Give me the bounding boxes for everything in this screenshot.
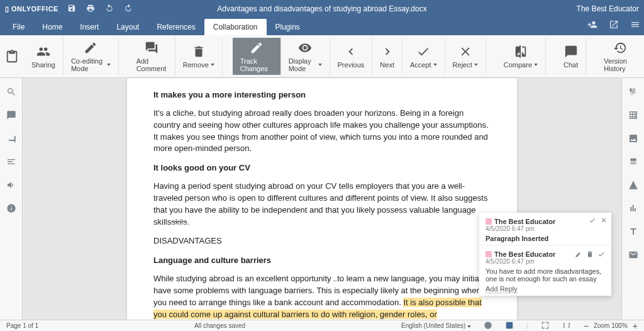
open-location-icon[interactable] xyxy=(609,20,619,31)
change-type: Paragraph Inserted xyxy=(486,235,605,242)
deleted-text: skils xyxy=(171,217,187,227)
remove-button[interactable]: Remove xyxy=(175,38,223,75)
comment-author: The Best Educator xyxy=(486,250,575,258)
chart-settings-icon[interactable] xyxy=(628,203,638,215)
heading-cv: It looks good on your CV xyxy=(153,162,491,174)
tab-home[interactable]: Home xyxy=(33,19,71,35)
add-comment-button[interactable]: Add Comment xyxy=(129,38,175,75)
next-button[interactable]: Next xyxy=(372,38,402,75)
add-reply-link[interactable]: Add Reply xyxy=(486,285,518,293)
popup-top-icons xyxy=(589,216,608,225)
document-page[interactable]: It makes you a more interesting person I… xyxy=(127,78,517,320)
about-icon[interactable] xyxy=(6,203,16,215)
menu-icon[interactable] xyxy=(630,20,640,31)
compare-button[interactable]: Compare xyxy=(496,38,546,75)
popup-comment: The Best Educator 4/5/2020 6:47 pm You h… xyxy=(479,245,611,296)
change-author: The Best Educator xyxy=(486,218,605,225)
add-user-icon[interactable] xyxy=(587,20,597,31)
heading-disadvantages: DISADVANTAGES xyxy=(153,235,491,247)
reject-button[interactable]: Reject xyxy=(445,38,486,75)
delete-comment-icon[interactable] xyxy=(586,250,594,259)
version-history-button[interactable]: Version History xyxy=(596,38,644,75)
resolve-comment-icon[interactable] xyxy=(597,250,605,259)
save-status: All changes saved xyxy=(51,322,389,329)
display-mode-button[interactable]: Display Mode xyxy=(281,38,330,75)
current-user[interactable]: The Best Educator xyxy=(577,4,639,13)
shape-settings-icon[interactable] xyxy=(628,180,638,192)
right-sidebar: ¶ xyxy=(621,78,644,320)
feedback-icon[interactable] xyxy=(6,180,16,192)
language-selector[interactable]: English (United States) xyxy=(401,322,471,329)
menu-bar: File Home Insert Layout References Colla… xyxy=(0,18,644,35)
svg-rect-1 xyxy=(506,322,513,328)
heading-language: Language and culture barriers xyxy=(153,255,491,267)
track-changes-button[interactable]: Track Changes xyxy=(233,38,281,75)
navigation-icon[interactable] xyxy=(6,157,16,169)
chat-button[interactable]: Chat xyxy=(556,38,586,75)
left-sidebar xyxy=(0,78,23,320)
mail-merge-icon[interactable] xyxy=(628,250,638,262)
ribbon-collaboration: Sharing Co-editing Mode Add Comment Remo… xyxy=(0,35,644,78)
coediting-mode-button[interactable]: Co-editing Mode xyxy=(64,38,119,75)
paragraph-1: It's a cliche, but studying abroad reall… xyxy=(153,108,491,155)
search-icon[interactable] xyxy=(6,87,16,99)
chat-panel-icon[interactable] xyxy=(6,133,16,145)
tab-collaboration[interactable]: Collaboration xyxy=(204,19,267,35)
previous-button[interactable]: Previous xyxy=(330,38,373,75)
zoom-out-icon[interactable]: − xyxy=(584,321,589,331)
tab-insert[interactable]: Insert xyxy=(71,19,108,35)
sharing-button[interactable]: Sharing xyxy=(24,38,64,75)
tab-file[interactable]: File xyxy=(4,19,33,35)
header-right-buttons xyxy=(587,20,640,35)
tab-references[interactable]: References xyxy=(148,19,204,35)
accept-change-icon[interactable] xyxy=(589,216,596,225)
comment-actions xyxy=(575,250,605,259)
accept-button[interactable]: Accept xyxy=(402,38,445,75)
tab-layout[interactable]: Layout xyxy=(108,19,148,35)
edit-comment-icon[interactable] xyxy=(575,250,582,259)
tab-plugins[interactable]: Plugins xyxy=(267,19,309,35)
review-popup: The Best Educator 4/5/2020 6:47 pm Parag… xyxy=(479,213,611,296)
fit-width-icon[interactable] xyxy=(562,321,571,331)
image-settings-icon[interactable] xyxy=(628,133,638,145)
status-bar: Page 1 of 1 All changes saved English (U… xyxy=(0,320,644,331)
zoom-in-icon[interactable]: + xyxy=(633,321,638,331)
spellcheck-icon[interactable] xyxy=(484,321,492,331)
undo-icon[interactable] xyxy=(105,4,114,14)
track-changes-status-icon[interactable] xyxy=(505,321,514,331)
print-icon[interactable] xyxy=(86,4,95,14)
document-title: Advantages and disadvantages of studying… xyxy=(217,4,426,13)
textart-settings-icon[interactable] xyxy=(628,227,638,238)
fit-page-icon[interactable] xyxy=(541,321,550,331)
app-logo: ▯ ONLYOFFICE xyxy=(5,5,58,13)
paste-button[interactable] xyxy=(0,38,24,75)
paragraph-2: Having a period spent studying abroad on… xyxy=(153,181,491,228)
save-icon[interactable] xyxy=(67,4,76,14)
comment-body: You have to add more disadvantages, one … xyxy=(486,267,605,283)
header-settings-icon[interactable] xyxy=(628,157,638,169)
redo-icon[interactable] xyxy=(124,4,133,14)
zoom-level[interactable]: Zoom 100% xyxy=(594,322,628,329)
table-settings-icon[interactable] xyxy=(628,110,638,122)
paragraph-settings-icon[interactable]: ¶ xyxy=(628,87,638,99)
close-popup-icon[interactable] xyxy=(600,216,608,225)
heading-interesting: It makes you a more interesting person xyxy=(153,89,491,101)
quick-access-toolbar xyxy=(67,4,133,14)
comments-panel-icon[interactable] xyxy=(6,110,16,122)
title-bar: ▯ ONLYOFFICE Advantages and disadvantage… xyxy=(0,0,644,18)
page-indicator[interactable]: Page 1 of 1 xyxy=(6,322,38,329)
svg-text:¶: ¶ xyxy=(630,88,633,96)
change-date: 4/5/2020 6:47 pm xyxy=(486,225,605,232)
